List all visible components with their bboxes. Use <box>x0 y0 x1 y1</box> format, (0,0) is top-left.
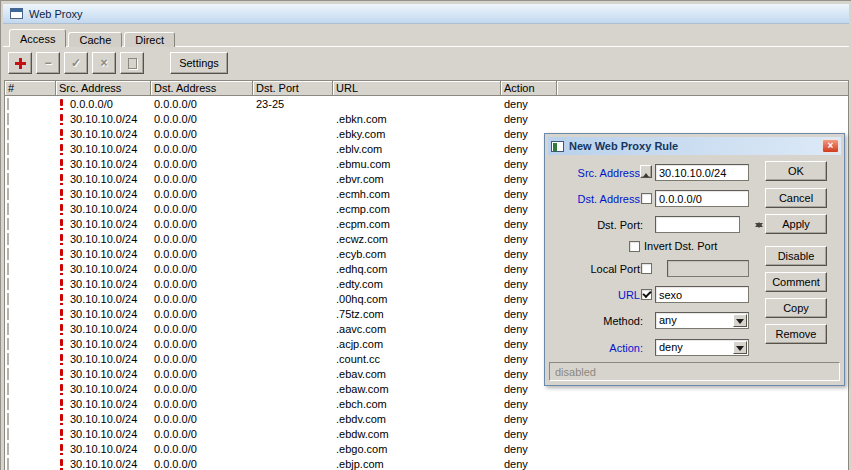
src-address-label: Src. Address: <box>549 167 643 180</box>
rule-src-address: 30.10.10.0/24 <box>70 188 137 200</box>
rule-src-address: 30.10.10.0/24 <box>70 248 137 260</box>
rule-src-address: 30.10.10.0/24 <box>70 413 137 425</box>
note-icon <box>128 58 137 69</box>
remove-button[interactable]: Remove <box>765 324 827 344</box>
local-port-checkbox[interactable] <box>641 263 652 274</box>
rule-src-address: 30.10.10.0/24 <box>70 263 137 275</box>
column-header-number[interactable]: # <box>5 81 56 96</box>
disable-button[interactable]: Disable <box>765 246 827 266</box>
rule-url: .ecyb.com <box>333 248 501 260</box>
comment-rule-button[interactable] <box>120 52 144 74</box>
row-flag-box <box>7 218 9 230</box>
row-flag-box <box>7 98 9 110</box>
ok-button[interactable]: OK <box>765 161 827 181</box>
src-address-input[interactable] <box>655 164 749 181</box>
row-flag-box <box>7 278 9 290</box>
row-flag-box <box>7 398 9 410</box>
table-row[interactable]: 30.10.10.0/24 0.0.0.0/0 .ebgo.com deny <box>5 441 848 456</box>
remove-rule-button[interactable]: − <box>36 52 60 74</box>
row-flag-box <box>7 413 9 425</box>
url-input[interactable] <box>655 286 749 303</box>
copy-button[interactable]: Copy <box>765 298 827 318</box>
table-row[interactable]: 30.10.10.0/24 0.0.0.0/0 .ebch.com deny <box>5 396 848 411</box>
rule-dst-address: 0.0.0.0/0 <box>151 158 253 170</box>
disable-rule-button[interactable]: × <box>92 52 116 74</box>
rule-src-address: 30.10.10.0/24 <box>70 128 137 140</box>
dst-port-spinner[interactable] <box>753 218 765 232</box>
cancel-button[interactable]: Cancel <box>765 188 827 208</box>
close-icon[interactable]: × <box>822 139 839 153</box>
local-port-label: Local Port: <box>549 263 643 276</box>
rule-action: deny <box>501 98 557 110</box>
rule-src-address: 30.10.10.0/24 <box>70 218 137 230</box>
table-row[interactable]: 30.10.10.0/24 0.0.0.0/0 .ebjp.com deny <box>5 456 848 470</box>
method-dropdown[interactable]: any <box>655 312 749 329</box>
deny-rule-icon <box>58 128 66 140</box>
row-flag-box <box>7 233 9 245</box>
rule-src-address: 30.10.10.0/24 <box>70 233 137 245</box>
column-header-dst-port[interactable]: Dst. Port <box>253 81 333 96</box>
rule-url: .edhq.com <box>333 263 501 275</box>
table-row[interactable]: 30.10.10.0/24 0.0.0.0/0 .ebdw.com deny <box>5 426 848 441</box>
rule-url: .ebdv.com <box>333 413 501 425</box>
invert-dst-port-checkbox[interactable] <box>629 241 640 252</box>
web-proxy-titlebar[interactable]: Web Proxy <box>3 4 849 24</box>
table-row[interactable]: 30.10.10.0/24 0.0.0.0/0 .ebkn.com deny <box>5 111 848 126</box>
action-label: Action: <box>549 342 643 355</box>
rule-url: .ebvr.com <box>333 173 501 185</box>
deny-rule-icon <box>58 248 66 260</box>
rule-dst-address: 0.0.0.0/0 <box>151 263 253 275</box>
column-header-src-address[interactable]: Src. Address <box>56 81 151 96</box>
tab-direct[interactable]: Direct <box>124 32 175 47</box>
comment-button[interactable]: Comment <box>765 272 827 292</box>
url-checkbox[interactable] <box>641 289 652 300</box>
deny-rule-icon <box>58 113 66 125</box>
tab-bar: Access Cache Direct <box>9 29 177 47</box>
table-row[interactable]: 0.0.0.0/0 0.0.0.0/0 23-25 deny <box>5 96 848 111</box>
rule-dst-address: 0.0.0.0/0 <box>151 233 253 245</box>
row-flag-box <box>7 203 9 215</box>
dst-port-input[interactable] <box>655 216 740 233</box>
settings-button[interactable]: Settings <box>170 52 228 74</box>
deny-rule-icon <box>58 368 66 380</box>
dst-address-checkbox[interactable] <box>641 193 652 204</box>
rule-src-address: 30.10.10.0/24 <box>70 323 137 335</box>
rule-url: .count.cc <box>333 353 501 365</box>
column-header-dst-address[interactable]: Dst. Address <box>151 81 253 96</box>
deny-rule-icon <box>58 188 66 200</box>
web-proxy-window-icon <box>10 8 23 19</box>
enable-rule-button[interactable]: ✓ <box>64 52 88 74</box>
row-flag-box <box>7 158 9 170</box>
tab-cache[interactable]: Cache <box>68 32 122 47</box>
src-address-range-toggle[interactable] <box>640 165 652 178</box>
rule-src-address: 30.10.10.0/24 <box>70 308 137 320</box>
rule-url: .ecpm.com <box>333 218 501 230</box>
deny-rule-icon <box>58 173 66 185</box>
deny-rule-icon <box>58 428 66 440</box>
chevron-down-icon[interactable] <box>733 341 747 354</box>
new-web-proxy-rule-dialog: New Web Proxy Rule × Src. Address: Dst. … <box>544 133 845 386</box>
row-flag-box <box>7 458 9 470</box>
deny-rule-icon <box>58 443 66 455</box>
dialog-titlebar[interactable]: New Web Proxy Rule × <box>548 137 841 155</box>
rule-url: .edty.com <box>333 278 501 290</box>
row-flag-box <box>7 353 9 365</box>
chevron-down-icon[interactable] <box>733 314 747 327</box>
table-row[interactable]: 30.10.10.0/24 0.0.0.0/0 .ebdv.com deny <box>5 411 848 426</box>
add-rule-button[interactable] <box>8 52 32 74</box>
rule-src-address: 30.10.10.0/24 <box>70 398 137 410</box>
rule-url: .ebkn.com <box>333 113 501 125</box>
row-flag-box <box>7 323 9 335</box>
row-flag-box <box>7 173 9 185</box>
window-title: Web Proxy <box>29 8 83 20</box>
column-header-filler <box>557 81 848 96</box>
rule-src-address: 30.10.10.0/24 <box>70 173 137 185</box>
apply-button[interactable]: Apply <box>765 214 827 234</box>
deny-rule-icon <box>58 323 66 335</box>
dst-address-input[interactable] <box>655 190 749 207</box>
column-header-url[interactable]: URL <box>333 81 501 96</box>
column-header-action[interactable]: Action <box>501 81 557 96</box>
tab-access[interactable]: Access <box>9 29 66 47</box>
action-dropdown[interactable]: deny <box>655 339 749 356</box>
rule-url: .ecwz.com <box>333 233 501 245</box>
